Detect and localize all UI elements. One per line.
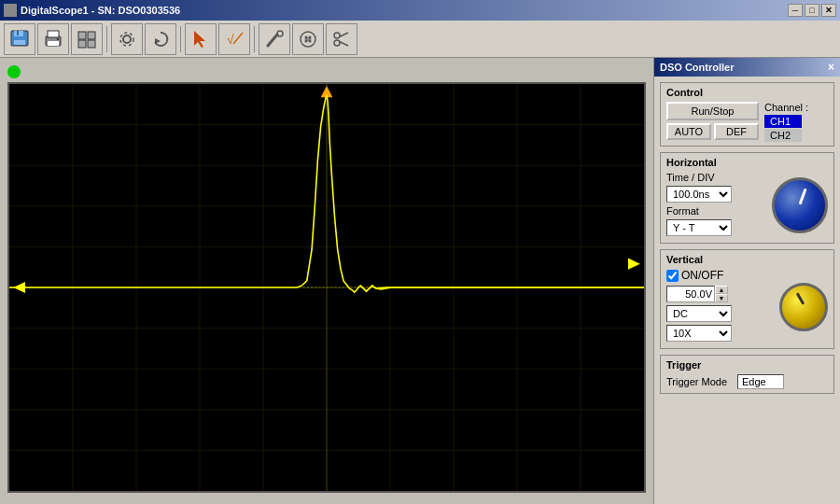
control-section-label: Control bbox=[666, 87, 828, 98]
svg-point-22 bbox=[309, 35, 312, 38]
svg-line-28 bbox=[340, 41, 349, 46]
svg-marker-48 bbox=[628, 259, 640, 270]
channel-select: CH1 CH2 bbox=[764, 115, 808, 142]
save-button[interactable] bbox=[4, 23, 35, 55]
def-button[interactable]: DEF bbox=[714, 123, 759, 140]
close-button[interactable]: ✕ bbox=[821, 4, 836, 17]
maximize-button[interactable]: □ bbox=[805, 4, 819, 17]
coupling-select[interactable]: DC AC GND bbox=[666, 305, 732, 322]
svg-rect-9 bbox=[88, 32, 95, 39]
vertical-knob[interactable] bbox=[779, 283, 828, 331]
toolbar-separator-3 bbox=[254, 26, 255, 52]
panel-body: Control Run/Stop AUTO DEF Channel : CH1 bbox=[654, 77, 840, 504]
horizontal-section-label: Horizontal bbox=[666, 157, 828, 168]
waveform-display bbox=[9, 84, 644, 491]
control-section: Control Run/Stop AUTO DEF Channel : CH1 bbox=[660, 82, 834, 147]
svg-point-25 bbox=[334, 33, 340, 38]
right-panel: DSO Controller × Control Run/Stop AUTO D… bbox=[653, 58, 840, 504]
svg-rect-3 bbox=[17, 31, 19, 35]
time-div-select[interactable]: 100.0ns 200.0ns 500.0ns 1.0us bbox=[666, 186, 732, 203]
cursor-button[interactable] bbox=[185, 23, 217, 55]
svg-rect-11 bbox=[88, 40, 95, 48]
format-label: Format bbox=[666, 205, 708, 217]
svg-point-12 bbox=[123, 35, 131, 43]
panel-close-button[interactable]: × bbox=[828, 61, 834, 74]
voltage-up-button[interactable]: ▲ bbox=[715, 286, 728, 294]
layout-button[interactable] bbox=[71, 23, 103, 55]
channel-label: Channel : bbox=[764, 102, 808, 113]
title-bar: DigitalScope1 - SN: DSO0303536 ─ □ ✕ bbox=[0, 0, 840, 21]
trigger-section: Trigger Trigger Mode Edge bbox=[660, 355, 834, 394]
horizontal-knob-indicator bbox=[799, 189, 807, 205]
svg-point-26 bbox=[334, 40, 340, 46]
svg-line-17 bbox=[233, 33, 243, 44]
usb-button[interactable] bbox=[292, 23, 324, 55]
app-icon bbox=[4, 4, 17, 17]
tools-button[interactable] bbox=[259, 23, 290, 55]
svg-line-18 bbox=[268, 35, 277, 46]
svg-rect-8 bbox=[78, 32, 86, 39]
trigger-mode-value: Edge bbox=[737, 374, 784, 389]
vertical-section: Vertical ON/OFF ▲ ▼ bbox=[660, 249, 834, 349]
svg-text:√: √ bbox=[227, 32, 234, 47]
minimize-button[interactable]: ─ bbox=[788, 4, 803, 17]
math-button[interactable]: √ bbox=[218, 23, 250, 55]
toolbar-separator-1 bbox=[106, 26, 107, 52]
horizontal-section: Horizontal Time / DIV 100.0ns 200.0ns 50… bbox=[660, 152, 834, 244]
panel-title-bar: DSO Controller × bbox=[654, 58, 840, 77]
svg-marker-15 bbox=[194, 31, 205, 48]
svg-point-24 bbox=[309, 39, 312, 42]
svg-rect-2 bbox=[14, 40, 25, 45]
svg-rect-10 bbox=[78, 40, 86, 48]
run-stop-button[interactable]: Run/Stop bbox=[666, 102, 759, 120]
time-div-label: Time / DIV bbox=[666, 172, 715, 183]
settings-button[interactable] bbox=[111, 23, 143, 55]
panel-title: DSO Controller bbox=[660, 62, 734, 73]
svg-point-23 bbox=[305, 39, 308, 42]
scissors-button[interactable] bbox=[326, 23, 357, 55]
svg-rect-5 bbox=[48, 31, 59, 37]
format-select[interactable]: Y - T X - Y Roll bbox=[666, 219, 732, 236]
svg-line-27 bbox=[340, 33, 349, 37]
trigger-section-label: Trigger bbox=[666, 359, 828, 371]
probe-select[interactable]: 10X 1X 100X bbox=[666, 325, 732, 342]
trigger-mode-label: Trigger Mode bbox=[666, 376, 732, 387]
main-area: DSO Controller × Control Run/Stop AUTO D… bbox=[0, 58, 840, 504]
svg-marker-14 bbox=[155, 38, 161, 44]
voltage-down-button[interactable]: ▼ bbox=[715, 294, 728, 302]
horizontal-knob[interactable] bbox=[772, 177, 828, 233]
window-title: DigitalScope1 - SN: DSO0303536 bbox=[21, 5, 180, 16]
ch2-item[interactable]: CH2 bbox=[764, 129, 802, 142]
onoff-checkbox[interactable] bbox=[666, 270, 679, 282]
svg-rect-6 bbox=[48, 41, 59, 46]
voltage-spinbox: ▲ ▼ bbox=[666, 286, 728, 302]
vertical-knob-indicator bbox=[796, 292, 805, 305]
print-button[interactable] bbox=[37, 23, 69, 55]
voltage-input[interactable] bbox=[666, 286, 715, 302]
onoff-label: ON/OFF bbox=[681, 269, 723, 282]
scope-area bbox=[0, 58, 653, 504]
ch1-item[interactable]: CH1 bbox=[764, 115, 802, 128]
scope-screen[interactable] bbox=[7, 82, 646, 493]
auto-button[interactable]: AUTO bbox=[666, 123, 711, 140]
toolbar: √ bbox=[0, 21, 840, 58]
vertical-section-label: Vertical bbox=[666, 254, 828, 265]
toolbar-separator-2 bbox=[180, 26, 181, 52]
refresh-button[interactable] bbox=[145, 23, 176, 55]
status-led bbox=[7, 65, 21, 78]
svg-rect-7 bbox=[57, 38, 59, 40]
window-controls: ─ □ ✕ bbox=[788, 4, 836, 17]
svg-point-21 bbox=[305, 35, 308, 38]
